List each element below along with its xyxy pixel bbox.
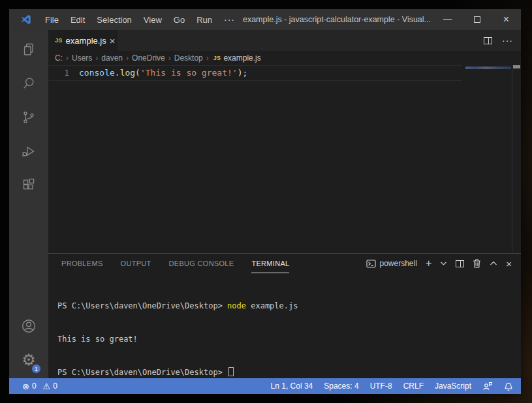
code-token: console <box>79 68 115 78</box>
files-icon <box>21 42 37 57</box>
terminal-line: This is so great! <box>57 334 521 345</box>
editor-tab-bar: JS example.js × ··· <box>48 30 521 51</box>
cursor-position-status[interactable]: Ln 1, Col 34 <box>271 381 313 391</box>
code-editor[interactable]: 1 console.log('This is so great!'); <box>48 65 521 253</box>
activity-search-button[interactable] <box>9 67 48 100</box>
breadcrumb-onedrive[interactable]: OneDrive <box>132 53 165 63</box>
terminal-shell-selector[interactable]: powershell <box>366 259 417 268</box>
tab-output[interactable]: OUTPUT <box>121 254 151 273</box>
settings-badge: 1 <box>31 364 41 374</box>
activity-source-control-button[interactable] <box>9 100 48 134</box>
shell-label: powershell <box>380 259 417 268</box>
error-icon: ⊗ <box>22 382 29 391</box>
terminal-args: example.js <box>246 301 298 310</box>
terminal-prompt: PS C:\Users\daven\OneDrive\Desktop> <box>57 368 227 377</box>
terminal-icon <box>366 260 376 268</box>
menu-view[interactable]: View <box>138 9 168 30</box>
error-count: 0 <box>32 381 37 391</box>
status-bar: ⊗ 0 ⚠ 0 Ln 1, Col 34 Spaces: 4 UTF-8 CRL… <box>9 378 521 394</box>
problems-status[interactable]: ⊗ 0 ⚠ 0 <box>22 381 61 391</box>
menu-go[interactable]: Go <box>168 9 191 30</box>
minimize-button[interactable]: — <box>433 9 462 30</box>
eol-status[interactable]: CRLF <box>403 381 424 391</box>
terminal-result: This is so great! <box>57 335 138 344</box>
terminal-line: PS C:\Users\daven\OneDrive\Desktop> <box>57 367 521 378</box>
code-token: 'This is so great!' <box>140 68 238 78</box>
source-control-icon <box>21 110 37 125</box>
tab-example-js[interactable]: JS example.js × <box>48 30 117 51</box>
line-number: 1 <box>48 66 79 80</box>
activity-run-debug-button[interactable] <box>9 134 48 168</box>
chevron-right-icon: › <box>123 53 132 63</box>
account-button[interactable] <box>9 309 48 343</box>
close-button[interactable]: × <box>492 9 521 30</box>
menu-file[interactable]: File <box>39 9 65 30</box>
maximize-button[interactable] <box>462 9 492 30</box>
breadcrumb: C: › Users › daven › OneDrive › Desktop … <box>48 51 521 65</box>
current-line: 1 console.log('This is so great!'); <box>48 65 462 81</box>
minimap[interactable] <box>463 65 512 253</box>
breadcrumb-drive[interactable]: C: <box>55 53 63 63</box>
feedback-icon[interactable] <box>482 381 493 391</box>
code-token: . <box>115 68 120 78</box>
encoding-status[interactable]: UTF-8 <box>370 381 392 391</box>
menu-selection[interactable]: Selection <box>91 9 137 30</box>
menu-edit[interactable]: Edit <box>65 9 91 30</box>
tab-label: example.js <box>66 36 106 46</box>
terminal-command: node <box>227 301 246 310</box>
breadcrumb-daven[interactable]: daven <box>101 53 123 63</box>
tab-terminal[interactable]: TERMINAL <box>251 254 289 273</box>
chevron-right-icon: › <box>203 53 212 63</box>
activity-explorer-button[interactable] <box>9 33 48 67</box>
minimize-icon: — <box>443 14 452 23</box>
window-title: example.js - javascript-calculator-examp… <box>241 9 433 30</box>
chevron-up-icon[interactable] <box>490 261 497 266</box>
terminal-prompt: PS C:\Users\daven\OneDrive\Desktop> <box>57 301 227 310</box>
overview-ruler-mark <box>513 65 520 68</box>
language-mode-status[interactable]: JavaScript <box>435 381 471 391</box>
code-line: console.log('This is so great!'); <box>79 66 247 80</box>
tab-close-icon[interactable]: × <box>110 36 116 46</box>
split-terminal-icon[interactable] <box>456 260 464 267</box>
terminal-cursor <box>228 367 234 376</box>
indentation-status[interactable]: Spaces: 4 <box>324 381 358 391</box>
tab-debug-console[interactable]: DEBUG CONSOLE <box>169 254 234 273</box>
close-icon: × <box>503 14 509 25</box>
code-token: ); <box>238 68 248 78</box>
trash-icon[interactable] <box>473 259 481 268</box>
title-bar: File Edit Selection View Go Run ··· exam… <box>9 9 521 30</box>
warning-count: 0 <box>53 381 57 391</box>
account-icon <box>20 318 37 335</box>
search-icon <box>21 76 37 91</box>
breadcrumb-file[interactable]: example.js <box>223 53 260 63</box>
breadcrumb-desktop[interactable]: Desktop <box>174 53 203 63</box>
extensions-icon <box>21 177 37 193</box>
menu-overflow-icon[interactable]: ··· <box>218 9 241 30</box>
new-terminal-icon[interactable]: + <box>426 258 431 269</box>
tab-problems[interactable]: PROBLEMS <box>61 254 103 273</box>
chevron-right-icon: › <box>63 53 72 63</box>
minimap-code-line <box>465 67 511 69</box>
overview-ruler-scrollbar[interactable] <box>512 65 521 253</box>
terminal-line: PS C:\Users\daven\OneDrive\Desktop> node… <box>57 301 521 312</box>
activity-extensions-button[interactable] <box>9 168 48 202</box>
editor-more-actions-icon[interactable]: ··· <box>502 35 513 46</box>
menu-run[interactable]: Run <box>191 9 218 30</box>
code-token: log <box>120 68 135 78</box>
chevron-right-icon: › <box>165 53 174 63</box>
javascript-file-icon: JS <box>213 55 221 61</box>
code-token: ( <box>135 68 140 78</box>
vscode-logo-icon <box>21 14 31 25</box>
activity-bar: ⚙ 1 <box>9 30 48 378</box>
chevron-right-icon: › <box>92 53 101 63</box>
chevron-down-icon[interactable] <box>440 261 447 266</box>
javascript-file-icon: JS <box>55 37 63 44</box>
split-editor-icon[interactable] <box>484 37 492 44</box>
maximize-icon <box>474 16 480 23</box>
panel-close-icon[interactable]: × <box>506 259 512 269</box>
breadcrumb-users[interactable]: Users <box>72 53 92 63</box>
vscode-window: File Edit Selection View Go Run ··· exam… <box>9 9 521 394</box>
warning-icon: ⚠ <box>43 382 51 391</box>
bell-icon[interactable] <box>504 381 513 391</box>
settings-button[interactable]: ⚙ 1 <box>9 343 48 377</box>
